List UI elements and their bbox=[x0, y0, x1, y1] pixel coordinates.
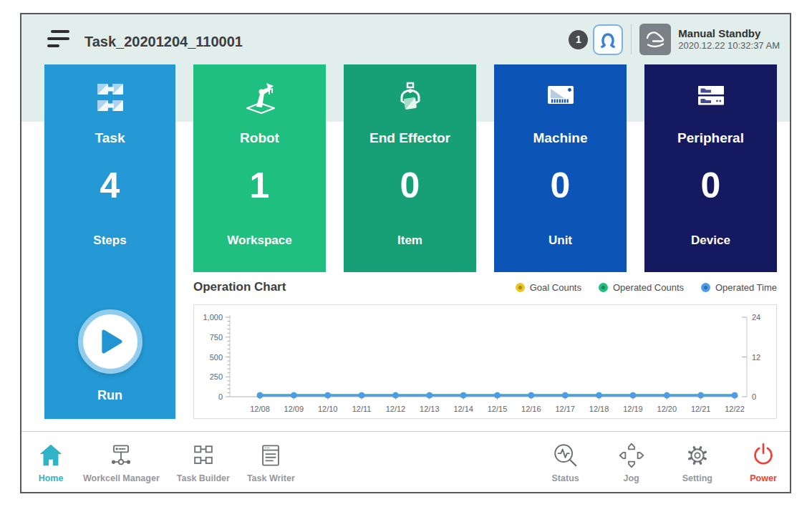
card-unit: Workspace bbox=[193, 233, 326, 248]
robot-card[interactable]: Robot 1 Workspace bbox=[193, 64, 326, 272]
card-title: Task bbox=[44, 130, 175, 146]
manual-mode-tile[interactable] bbox=[639, 24, 671, 55]
card-value: 0 bbox=[644, 165, 777, 206]
operation-chart-panel: 02505007501,00012/0812/0912/1012/1112/12… bbox=[193, 304, 777, 419]
nav-workcell-manager[interactable]: Workcell Manager bbox=[82, 440, 161, 485]
svg-text:1,000: 1,000 bbox=[203, 313, 223, 322]
card-value: 1 bbox=[193, 165, 326, 206]
card-value: 0 bbox=[494, 165, 627, 206]
svg-text:12/17: 12/17 bbox=[555, 405, 575, 413]
peripheral-icon bbox=[644, 82, 777, 110]
end-effector-card[interactable]: End Effector 0 Item bbox=[344, 64, 476, 272]
svg-text:24: 24 bbox=[752, 313, 760, 322]
nav-task-builder[interactable]: Task Builder bbox=[175, 440, 231, 485]
header-controls: 1 bbox=[569, 22, 780, 57]
svg-text:12/08: 12/08 bbox=[250, 405, 270, 413]
task-writer-icon bbox=[256, 441, 286, 470]
svg-text:12/16: 12/16 bbox=[521, 405, 541, 413]
operation-chart-title: Operation Chart bbox=[193, 280, 286, 294]
gripper-button[interactable] bbox=[593, 24, 623, 55]
svg-text:12: 12 bbox=[752, 353, 760, 362]
task-card[interactable]: Task 4 Steps Run bbox=[44, 64, 175, 419]
nav-right-group: Status Jog bbox=[549, 440, 780, 485]
svg-text:12/13: 12/13 bbox=[420, 405, 440, 413]
card-title: Robot bbox=[193, 130, 326, 146]
robot-arm-icon bbox=[193, 82, 326, 116]
nav-power[interactable]: Power bbox=[747, 440, 780, 485]
svg-text:12/11: 12/11 bbox=[352, 405, 372, 413]
svg-text:12/18: 12/18 bbox=[589, 405, 609, 413]
svg-text:12/10: 12/10 bbox=[318, 405, 338, 413]
mode-status: Manual Standby 2020.12.22 10:32:37 AM bbox=[678, 26, 780, 52]
main-window: Task_20201204_110001 1 bbox=[20, 13, 791, 493]
machine-icon bbox=[494, 82, 627, 110]
svg-text:12/14: 12/14 bbox=[453, 405, 473, 413]
nav-left-group: Home Workcell Manager bbox=[34, 440, 296, 485]
operation-chart-canvas: 02505007501,00012/0812/0912/1012/1112/12… bbox=[194, 305, 776, 418]
operated-counts-dot bbox=[599, 283, 608, 292]
power-icon bbox=[748, 441, 778, 470]
svg-text:12/22: 12/22 bbox=[725, 405, 745, 413]
end-effector-icon bbox=[344, 82, 476, 116]
card-unit: Steps bbox=[44, 233, 175, 248]
machine-card[interactable]: Machine 0 Unit bbox=[494, 64, 627, 272]
nav-home[interactable]: Home bbox=[34, 440, 67, 485]
legend-goal-counts: Goal Counts bbox=[516, 282, 581, 293]
card-title: Machine bbox=[494, 130, 627, 146]
operated-time-dot bbox=[701, 283, 710, 292]
setting-icon bbox=[682, 441, 712, 470]
goal-counts-dot bbox=[516, 283, 525, 292]
task-title: Task_20201204_110001 bbox=[84, 34, 243, 50]
run-button[interactable] bbox=[78, 309, 142, 374]
manual-hand-icon bbox=[644, 29, 666, 50]
jog-icon bbox=[617, 441, 647, 470]
card-title: Peripheral bbox=[644, 130, 777, 146]
svg-text:12/21: 12/21 bbox=[691, 405, 711, 413]
svg-text:250: 250 bbox=[210, 372, 223, 381]
mode-timestamp: 2020.12.22 10:32:37 AM bbox=[678, 40, 780, 52]
svg-text:12/12: 12/12 bbox=[386, 405, 406, 413]
nav-jog[interactable]: Jog bbox=[615, 440, 648, 485]
card-title: End Effector bbox=[344, 130, 476, 146]
svg-text:750: 750 bbox=[210, 333, 223, 342]
svg-text:12/09: 12/09 bbox=[284, 405, 304, 413]
card-value: 0 bbox=[344, 165, 476, 206]
peripheral-card[interactable]: Peripheral 0 Device bbox=[644, 64, 777, 272]
card-value: 4 bbox=[44, 165, 175, 206]
legend-operated-time: Operated Time bbox=[701, 282, 777, 293]
gripper-icon bbox=[599, 30, 617, 49]
home-icon bbox=[36, 441, 66, 470]
card-unit: Item bbox=[344, 233, 476, 248]
workcell-manager-icon bbox=[106, 441, 136, 470]
chart-legend: Goal Counts Operated Counts Operated Tim… bbox=[516, 282, 777, 293]
card-unit: Unit bbox=[494, 233, 627, 248]
card-unit: Device bbox=[644, 233, 777, 248]
nav-task-writer[interactable]: Task Writer bbox=[246, 440, 296, 485]
task-builder-icon bbox=[188, 441, 218, 470]
header-divider bbox=[631, 24, 632, 54]
legend-operated-counts: Operated Counts bbox=[599, 282, 684, 293]
svg-text:500: 500 bbox=[210, 353, 223, 362]
status-icon bbox=[551, 441, 581, 470]
menu-icon[interactable] bbox=[44, 26, 73, 52]
mode-label: Manual Standby bbox=[678, 26, 780, 41]
run-label: Run bbox=[44, 388, 175, 403]
bottom-navigation: Home Workcell Manager bbox=[21, 431, 790, 492]
notification-badge[interactable]: 1 bbox=[569, 30, 588, 49]
task-steps-icon bbox=[44, 82, 175, 116]
play-icon bbox=[100, 329, 123, 354]
svg-text:12/20: 12/20 bbox=[657, 405, 677, 413]
svg-text:12/15: 12/15 bbox=[488, 405, 508, 413]
nav-status[interactable]: Status bbox=[549, 440, 582, 485]
nav-setting[interactable]: Setting bbox=[681, 440, 714, 485]
svg-text:0: 0 bbox=[218, 392, 223, 401]
svg-text:0: 0 bbox=[752, 392, 756, 401]
svg-text:12/19: 12/19 bbox=[623, 405, 643, 413]
